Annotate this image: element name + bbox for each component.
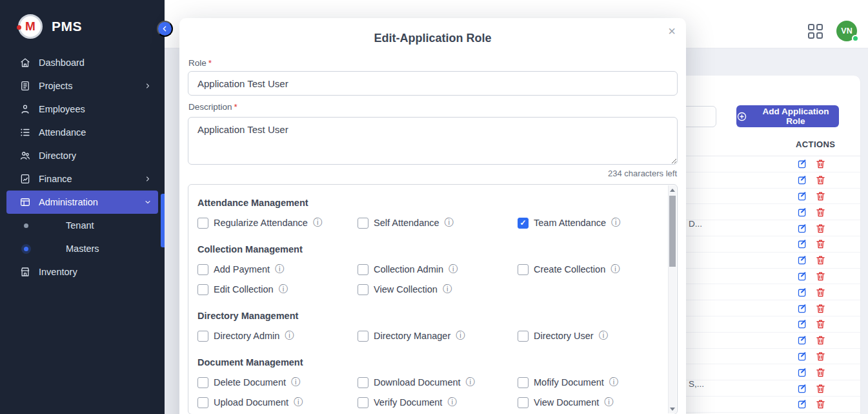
permission-option[interactable]: Directory Admin — [197, 330, 358, 342]
panel-scrollbar[interactable] — [668, 185, 676, 413]
checkbox[interactable] — [358, 218, 368, 229]
info-icon[interactable] — [449, 264, 458, 275]
delete-icon[interactable] — [815, 398, 826, 409]
checkbox[interactable] — [358, 284, 368, 295]
sidebar-scroll-indicator[interactable] — [161, 194, 165, 247]
edit-icon[interactable] — [797, 287, 808, 298]
checkbox[interactable] — [197, 397, 208, 408]
info-icon[interactable] — [443, 284, 452, 295]
scrollbar-thumb[interactable] — [669, 196, 676, 267]
delete-icon[interactable] — [815, 223, 826, 234]
permission-option[interactable]: Verify Document — [358, 397, 518, 408]
description-textarea[interactable]: Application Test User — [188, 117, 678, 165]
edit-icon[interactable] — [797, 223, 808, 234]
info-icon[interactable] — [285, 330, 294, 342]
edit-icon[interactable] — [797, 351, 808, 362]
permission-option[interactable]: Self Attendance — [358, 217, 518, 229]
info-icon[interactable] — [466, 377, 475, 388]
edit-icon[interactable] — [797, 207, 808, 218]
delete-icon[interactable] — [815, 158, 826, 169]
sidebar-item-administration[interactable]: Administration — [6, 191, 158, 214]
sidebar-item-masters[interactable]: Masters — [6, 237, 158, 260]
delete-icon[interactable] — [815, 238, 826, 249]
info-icon[interactable] — [313, 217, 322, 229]
permission-option[interactable]: Team Attendance — [518, 217, 655, 229]
sidebar-item-dashboard[interactable]: Dashboard — [6, 51, 158, 74]
close-icon[interactable]: × — [668, 25, 676, 37]
permission-option[interactable]: Download Document — [358, 377, 518, 388]
permission-option[interactable]: Collection Admin — [358, 264, 518, 275]
edit-icon[interactable] — [797, 383, 808, 394]
checkbox[interactable] — [358, 331, 368, 342]
scroll-up-icon[interactable] — [669, 185, 676, 194]
sidebar-collapse-button[interactable] — [157, 21, 173, 37]
checkbox[interactable] — [518, 331, 529, 342]
checkbox[interactable] — [197, 331, 208, 342]
delete-icon[interactable] — [815, 318, 826, 329]
checkbox[interactable] — [358, 397, 368, 408]
edit-icon[interactable] — [797, 254, 808, 265]
permission-option[interactable]: Add Payment — [197, 264, 358, 275]
delete-icon[interactable] — [815, 254, 826, 265]
checkbox[interactable] — [518, 264, 529, 275]
info-icon[interactable] — [604, 397, 613, 408]
edit-icon[interactable] — [797, 303, 808, 314]
permission-option[interactable]: Upload Document — [197, 397, 358, 408]
scroll-down-icon[interactable] — [669, 404, 676, 413]
info-icon[interactable] — [599, 330, 608, 342]
delete-icon[interactable] — [815, 191, 826, 202]
edit-icon[interactable] — [797, 191, 808, 202]
info-icon[interactable] — [445, 217, 454, 229]
delete-icon[interactable] — [815, 383, 826, 394]
permission-option[interactable]: Mofify Document — [518, 377, 655, 388]
apps-grid-icon[interactable] — [808, 24, 823, 39]
info-icon[interactable] — [611, 217, 620, 229]
checkbox[interactable] — [518, 218, 529, 229]
permission-option[interactable]: Edit Collection — [197, 284, 358, 295]
add-application-role-button[interactable]: Add Application Role — [736, 105, 839, 127]
info-icon[interactable] — [291, 377, 300, 388]
info-icon[interactable] — [294, 397, 303, 408]
delete-icon[interactable] — [815, 351, 826, 362]
sidebar-item-finance[interactable]: Finance — [6, 167, 158, 191]
checkbox[interactable] — [358, 264, 368, 275]
delete-icon[interactable] — [815, 367, 826, 378]
sidebar-item-inventory[interactable]: Inventory — [6, 260, 158, 284]
sidebar-item-employees[interactable]: Employees — [6, 98, 158, 121]
role-input[interactable] — [188, 71, 678, 96]
permission-option[interactable]: Create Collection — [518, 264, 655, 275]
edit-icon[interactable] — [797, 174, 808, 185]
edit-icon[interactable] — [797, 335, 808, 346]
info-icon[interactable] — [611, 264, 620, 275]
edit-icon[interactable] — [797, 238, 808, 249]
checkbox[interactable] — [197, 284, 208, 295]
permission-option[interactable]: Directory User — [518, 330, 655, 342]
info-icon[interactable] — [279, 284, 288, 295]
delete-icon[interactable] — [815, 335, 826, 346]
permission-option[interactable]: View Collection — [358, 284, 518, 295]
permission-option[interactable]: Regularize Attendance — [197, 217, 358, 229]
info-icon[interactable] — [275, 264, 284, 275]
checkbox[interactable] — [197, 218, 208, 229]
edit-icon[interactable] — [797, 271, 808, 282]
checkbox[interactable] — [197, 264, 208, 275]
checkbox[interactable] — [518, 377, 529, 388]
delete-icon[interactable] — [815, 207, 826, 218]
info-icon[interactable] — [447, 397, 456, 408]
permission-option[interactable]: Delete Document — [197, 377, 358, 388]
permission-option[interactable]: View Document — [518, 397, 655, 408]
checkbox[interactable] — [358, 377, 368, 388]
delete-icon[interactable] — [815, 287, 826, 298]
sidebar-item-tenant[interactable]: Tenant — [6, 214, 158, 237]
checkbox[interactable] — [518, 397, 529, 408]
delete-icon[interactable] — [815, 303, 826, 314]
permission-option[interactable]: Directory Manager — [358, 330, 518, 342]
info-icon[interactable] — [456, 330, 465, 342]
checkbox[interactable] — [197, 377, 208, 388]
sidebar-item-projects[interactable]: Projects — [6, 74, 158, 98]
edit-icon[interactable] — [797, 158, 808, 169]
sidebar-item-directory[interactable]: Directory — [6, 144, 158, 167]
info-icon[interactable] — [609, 377, 618, 388]
sidebar-item-attendance[interactable]: Attendance — [6, 121, 158, 144]
avatar[interactable]: VN — [836, 21, 857, 41]
